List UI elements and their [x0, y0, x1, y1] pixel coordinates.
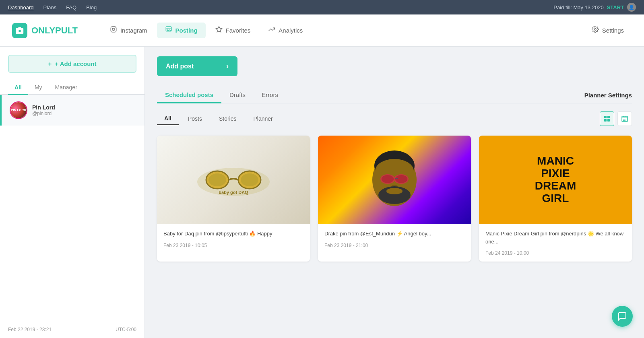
svg-point-3	[112, 28, 115, 31]
chat-icon	[617, 311, 627, 321]
add-post-label: Add post	[166, 63, 194, 70]
post-date-1: Feb 23 2019 - 10:05	[163, 243, 303, 248]
account-info: Pin Lord @pinlord	[32, 104, 55, 116]
paid-till-text: Paid till: May 13 2020	[553, 4, 603, 10]
svg-point-16	[208, 173, 226, 186]
svg-rect-12	[607, 119, 610, 122]
star-icon	[215, 26, 223, 35]
account-name: Pin Lord	[32, 104, 55, 111]
nav-analytics-label: Analytics	[279, 27, 303, 34]
post-image-2	[318, 136, 471, 224]
svg-point-8	[594, 29, 597, 31]
svg-text:baby got DAQ: baby got DAQ	[219, 190, 248, 195]
add-account-button[interactable]: + + Add account	[8, 55, 136, 73]
post-caption-1: Baby for Daq pin from @tipsypertutti 🔥 H…	[163, 230, 303, 238]
view-icons	[600, 111, 632, 126]
chevron-right-icon: ›	[226, 62, 229, 70]
analytics-icon	[268, 26, 275, 35]
logo-icon	[12, 23, 27, 38]
tab-drafts[interactable]: Drafts	[221, 87, 254, 103]
filter-tabs: All Posts Stories Planner	[157, 112, 281, 125]
post-image-3: MANICPIXIEDREAMGIRL	[479, 136, 632, 224]
logo-text: ONLYPULT	[31, 25, 78, 36]
post-image-1: baby got DAQ	[157, 136, 310, 224]
add-account-plus: +	[48, 60, 52, 67]
svg-point-29	[386, 188, 402, 194]
chat-button[interactable]	[612, 306, 633, 327]
grid-view-button[interactable]	[600, 111, 614, 126]
post-caption-2: Drake pin from @Est_Mundun ⚡ Angel boy..…	[324, 230, 464, 238]
filter-tab-all[interactable]: All	[157, 112, 179, 125]
instagram-icon	[110, 26, 117, 35]
add-post-button[interactable]: Add post ›	[157, 56, 237, 76]
add-account-label: + Add account	[55, 60, 96, 67]
post-date-2: Feb 23 2019 - 21:00	[324, 243, 464, 248]
account-avatar: PIN LORD	[10, 101, 27, 119]
nav-settings[interactable]: Settings	[584, 23, 632, 38]
main-nav: Instagram Posting Favorites Analytics Se…	[102, 23, 632, 38]
sidebar: + + Add account All My Manager PIN LORD …	[0, 47, 145, 338]
svg-rect-11	[604, 119, 607, 122]
settings-icon	[592, 26, 599, 35]
nav-instagram-label: Instagram	[120, 27, 147, 34]
svg-point-18	[241, 173, 258, 186]
filter-tab-stories[interactable]: Stories	[211, 112, 244, 125]
sidebar-tab-my[interactable]: My	[28, 81, 49, 95]
top-bar: Dashboard Plans FAQ Blog Paid till: May …	[0, 0, 644, 14]
content-tabs: Scheduled posts Drafts Errors	[157, 87, 286, 103]
post-body-3: Manic Pixie Dream Girl pin from @nerdpin…	[479, 224, 632, 262]
nav-favorites[interactable]: Favorites	[207, 23, 259, 38]
svg-rect-9	[604, 116, 607, 118]
post-card-1[interactable]: baby got DAQ Baby for Daq pin from @tips…	[157, 136, 310, 262]
tab-errors[interactable]: Errors	[254, 87, 286, 103]
user-avatar[interactable]: 👤	[627, 3, 636, 12]
post-body-2: Drake pin from @Est_Mundun ⚡ Angel boy..…	[318, 224, 471, 254]
camera-icon	[15, 26, 24, 35]
footer-date: Feb 22 2019 - 23:21	[8, 327, 52, 332]
nav-analytics[interactable]: Analytics	[260, 23, 311, 38]
filter-tab-planner[interactable]: Planner	[246, 112, 280, 125]
nav-settings-label: Settings	[602, 27, 624, 34]
top-bar-links: Dashboard Plans FAQ Blog	[8, 4, 97, 10]
footer-timezone: UTC-5:00	[116, 327, 136, 332]
post-card-2[interactable]: Drake pin from @Est_Mundun ⚡ Angel boy..…	[318, 136, 471, 262]
content-tabs-row: Scheduled posts Drafts Errors Planner Se…	[157, 87, 632, 103]
svg-point-24	[382, 175, 394, 183]
post-card-3[interactable]: MANICPIXIEDREAMGIRL Manic Pixie Dream Gi…	[479, 136, 632, 262]
post-date-3: Feb 24 2019 - 10:00	[485, 250, 625, 256]
avatar-inner: PIN LORD	[10, 102, 27, 118]
post-caption-3: Manic Pixie Dream Girl pin from @nerdpin…	[485, 230, 625, 245]
post-grid: baby got DAQ Baby for Daq pin from @tips…	[157, 136, 632, 262]
svg-point-4	[115, 27, 116, 28]
start-link[interactable]: START	[607, 4, 624, 10]
post-image-3-text: MANICPIXIEDREAMGIRL	[531, 151, 580, 208]
layout: + + Add account All My Manager PIN LORD …	[0, 47, 644, 338]
svg-rect-10	[607, 116, 610, 118]
svg-point-26	[395, 175, 407, 183]
account-handle: @pinlord	[32, 111, 55, 116]
topbar-link-blog[interactable]: Blog	[86, 4, 97, 10]
logo: ONLYPULT	[12, 23, 78, 38]
post-body-1: Baby for Daq pin from @tipsypertutti 🔥 H…	[157, 224, 310, 254]
planner-settings-link[interactable]: Planner Settings	[584, 92, 632, 99]
nav-posting-label: Posting	[175, 27, 198, 34]
svg-point-1	[19, 30, 21, 32]
nav-posting[interactable]: Posting	[157, 23, 206, 38]
sidebar-footer: Feb 22 2019 - 23:21 UTC-5:00	[0, 321, 144, 338]
tab-scheduled-posts[interactable]: Scheduled posts	[157, 87, 221, 103]
nav-favorites-label: Favorites	[226, 27, 251, 34]
sidebar-tabs: All My Manager	[0, 81, 144, 95]
posting-icon	[165, 26, 172, 35]
top-bar-right: Paid till: May 13 2020 START 👤	[553, 3, 636, 12]
calendar-view-button[interactable]	[617, 111, 632, 126]
filter-tab-posts[interactable]: Posts	[180, 112, 210, 125]
sidebar-tab-all[interactable]: All	[8, 81, 28, 95]
topbar-link-dashboard[interactable]: Dashboard	[8, 4, 34, 10]
account-item[interactable]: PIN LORD Pin Lord @pinlord	[0, 95, 144, 126]
topbar-link-faq[interactable]: FAQ	[66, 4, 76, 10]
svg-rect-2	[111, 27, 116, 32]
sidebar-tab-manager[interactable]: Manager	[49, 81, 84, 95]
main-content: Add post › Scheduled posts Drafts Errors…	[145, 47, 644, 338]
nav-instagram[interactable]: Instagram	[102, 23, 155, 38]
topbar-link-plans[interactable]: Plans	[43, 4, 57, 10]
